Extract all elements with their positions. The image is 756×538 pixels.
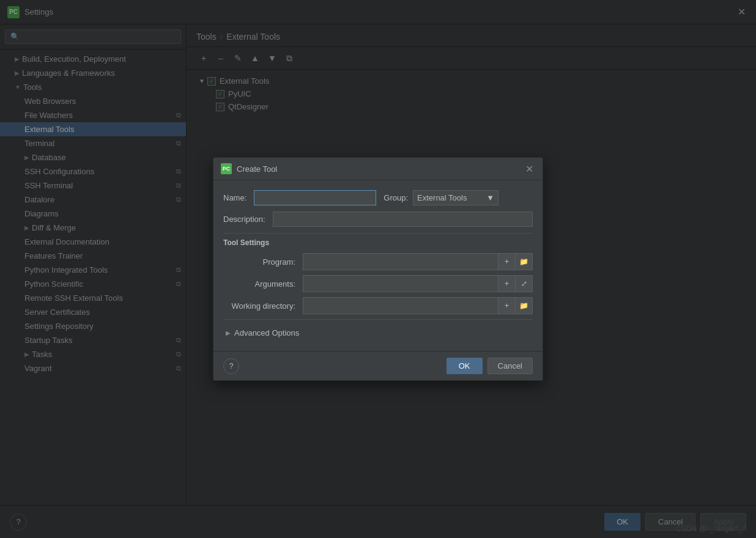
working-dir-input[interactable] (303, 299, 498, 313)
description-input[interactable] (273, 212, 533, 227)
working-dir-input-wrap: + 📁 (303, 297, 533, 314)
working-dir-row: Working directory: + 📁 (223, 297, 533, 314)
dialog-body: Name: Group: External Tools ▼ Descriptio… (213, 180, 543, 351)
dialog-title-left: PC Create Tool (221, 163, 277, 174)
description-row: Description: (223, 212, 533, 227)
dialog-footer: ? OK Cancel (213, 351, 543, 380)
dialog-title-bar: PC Create Tool ✕ (213, 158, 543, 180)
tool-settings-label: Tool Settings (223, 238, 533, 247)
name-input[interactable] (254, 190, 376, 205)
modal-overlay: PC Create Tool ✕ Name: Group: External T… (0, 0, 756, 538)
arguments-input-wrap: + ⤢ (303, 275, 533, 292)
program-add-macro-button[interactable]: + (498, 254, 515, 270)
program-input-wrap: + 📁 (303, 253, 533, 270)
name-label: Name: (223, 193, 246, 202)
group-select[interactable]: External Tools ▼ (413, 190, 498, 205)
dialog-ok-button[interactable]: OK (447, 358, 483, 374)
create-tool-dialog: PC Create Tool ✕ Name: Group: External T… (213, 157, 543, 381)
divider (223, 233, 533, 234)
dialog-footer-actions: OK Cancel (447, 358, 533, 374)
working-dir-add-macro-button[interactable]: + (498, 298, 515, 314)
dialog-app-icon: PC (221, 163, 232, 174)
working-dir-label: Working directory: (223, 301, 303, 311)
dialog-cancel-button[interactable]: Cancel (487, 358, 533, 374)
program-browse-button[interactable]: 📁 (515, 254, 532, 270)
working-dir-browse-button[interactable]: 📁 (515, 298, 532, 314)
program-input[interactable] (303, 255, 498, 269)
advanced-label: Advanced Options (234, 328, 299, 337)
chevron-right-icon: ▶ (226, 330, 231, 336)
arguments-expand-button[interactable]: ⤢ (515, 276, 532, 292)
arguments-label: Arguments: (223, 279, 303, 289)
group-select-value: External Tools (417, 193, 467, 202)
chevron-down-icon: ▼ (486, 193, 494, 202)
advanced-options-row[interactable]: ▶ Advanced Options (223, 325, 533, 341)
description-label: Description: (223, 215, 265, 224)
dialog-title-text: Create Tool (237, 164, 277, 174)
program-row: Program: + 📁 (223, 253, 533, 270)
dialog-help-button[interactable]: ? (223, 358, 239, 374)
arguments-row: Arguments: + ⤢ (223, 275, 533, 292)
arguments-add-macro-button[interactable]: + (498, 276, 515, 292)
program-label: Program: (223, 257, 303, 267)
settings-window: PC Settings ✕ ▶ Build, Execution, Deploy… (0, 0, 756, 538)
divider2 (223, 319, 533, 320)
dialog-close-button[interactable]: ✕ (523, 163, 535, 175)
group-row: Group: External Tools ▼ (384, 190, 498, 205)
group-label: Group: (384, 193, 408, 202)
arguments-input[interactable] (303, 277, 498, 291)
name-group-row: Name: Group: External Tools ▼ (223, 190, 533, 205)
